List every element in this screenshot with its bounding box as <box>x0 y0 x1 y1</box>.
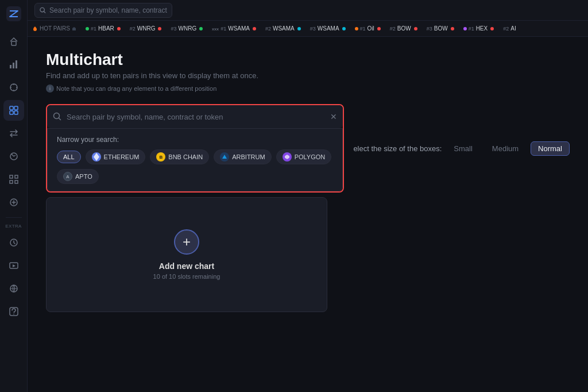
polygon-icon <box>283 152 292 162</box>
size-medium-button[interactable]: Medium <box>485 141 526 156</box>
ticker-item-5[interactable]: #2 WSAMA <box>265 25 301 32</box>
main-content: HOT PAIRS #1 HBAR #2 WNRG #3 WNRG ⁎⁎⁎ #1… <box>28 0 588 392</box>
chain-filter-all[interactable]: ALL <box>57 151 81 163</box>
sidebar-item-explore[interactable] <box>3 77 24 98</box>
ticker-bar: HOT PAIRS #1 HBAR #2 WNRG #3 WNRG ⁎⁎⁎ #1… <box>28 21 588 37</box>
sidebar-item-analytics[interactable] <box>3 54 24 75</box>
add-chart-label: Add new chart <box>159 262 214 271</box>
logo[interactable] <box>5 5 23 23</box>
sidebar-item-grid[interactable] <box>3 169 24 190</box>
svg-rect-3 <box>13 63 14 68</box>
size-small-button[interactable]: Small <box>446 141 480 156</box>
add-chart-sublabel: 10 of 10 slots remaining <box>153 273 220 280</box>
chain-filter-arbitrum[interactable]: ARBITRUM <box>214 149 271 164</box>
svg-rect-2 <box>10 65 11 68</box>
sidebar-divider <box>6 217 22 218</box>
sidebar-item-portfolio[interactable] <box>3 146 24 167</box>
topbar-search-icon <box>40 7 46 14</box>
svg-rect-14 <box>15 180 18 183</box>
search-wrapper-outer: ✕ Narrow your search: ALL <box>46 104 344 193</box>
svg-rect-9 <box>14 111 18 114</box>
chain-bnb-label: BNB CHAIN <box>168 153 203 160</box>
search-box[interactable]: ✕ <box>47 105 343 128</box>
chain-polygon-label: POLYGON <box>295 153 326 160</box>
svg-rect-8 <box>10 111 13 114</box>
topbar-search-input[interactable] <box>49 6 167 14</box>
svg-point-20 <box>13 314 14 315</box>
size-normal-button[interactable]: Normal <box>531 141 570 156</box>
arbitrum-icon <box>220 152 229 162</box>
sidebar-extra-label: EXTRA <box>5 224 22 229</box>
svg-rect-7 <box>14 106 18 110</box>
ethereum-icon <box>92 152 101 162</box>
sidebar-item-youtube[interactable] <box>3 255 24 276</box>
charts-area: + Add new chart 10 of 10 slots remaining <box>46 197 327 312</box>
add-chart-plus-button[interactable]: + <box>174 229 199 255</box>
chain-filter-polygon[interactable]: POLYGON <box>276 149 332 164</box>
narrow-label: Narrow your search: <box>57 136 333 144</box>
ticker-hot-pairs: HOT PAIRS <box>32 25 76 32</box>
ticker-item-10[interactable]: #1 HEX <box>463 25 494 32</box>
apto-icon: A <box>63 172 72 181</box>
svg-marker-23 <box>94 153 99 161</box>
chain-all-label: ALL <box>63 153 75 160</box>
ticker-item-2[interactable]: #2 WNRG <box>130 25 162 32</box>
ticker-item-8[interactable]: #2 BOW <box>390 25 417 32</box>
bnb-icon: B <box>156 152 165 162</box>
svg-rect-1 <box>11 41 16 45</box>
sidebar-item-swap[interactable] <box>3 123 24 144</box>
svg-rect-13 <box>10 180 13 183</box>
sidebar-item-add[interactable] <box>3 192 24 213</box>
topbar-search-box[interactable] <box>34 3 172 18</box>
add-chart-plus-icon: + <box>183 234 191 250</box>
pair-search-input[interactable] <box>67 113 326 121</box>
svg-rect-4 <box>16 60 17 68</box>
note-text: Note that you can drag any element to a … <box>56 85 216 92</box>
sidebar-item-clock[interactable] <box>3 232 24 253</box>
sidebar-item-multichart[interactable] <box>3 100 24 121</box>
svg-marker-24 <box>285 155 289 159</box>
page-title: Multichart <box>46 51 570 69</box>
page-content: Multichart Find and add up to ten pairs … <box>28 37 588 392</box>
chain-filters: ALL ETHEREUM B <box>57 149 333 184</box>
chain-filter-apto[interactable]: A APTO <box>57 169 99 184</box>
ticker-item-11[interactable]: #2 AI <box>503 25 516 32</box>
svg-rect-6 <box>10 106 13 110</box>
chain-arbitrum-label: ARBITRUM <box>232 153 265 160</box>
sidebar-item-globe[interactable] <box>3 278 24 299</box>
sidebar-item-home[interactable] <box>3 31 24 52</box>
ticker-item-4[interactable]: ⁎⁎⁎ #1 WSAMA <box>212 25 256 32</box>
ticker-item-1[interactable]: #1 HBAR <box>86 25 121 32</box>
note-icon: i <box>46 84 54 93</box>
chain-ethereum-label: ETHEREUM <box>104 153 140 160</box>
chain-filter-ethereum[interactable]: ETHEREUM <box>86 149 146 164</box>
ticker-item-7[interactable]: #1 Oil <box>355 25 381 32</box>
ticker-hot-label: HOT PAIRS <box>32 25 76 32</box>
sidebar-item-help[interactable] <box>3 301 24 322</box>
chain-filter-bnb[interactable]: B BNB CHAIN <box>150 149 209 164</box>
chain-apto-label: APTO <box>75 173 92 180</box>
search-dropdown: Narrow your search: ALL ETHEREUM <box>47 128 343 191</box>
ticker-item-6[interactable]: #3 WSAMA <box>310 25 346 32</box>
search-icon <box>53 112 62 121</box>
search-clear-button[interactable]: ✕ <box>330 112 337 121</box>
size-selector-label: elect the size of the boxes: <box>353 144 442 153</box>
search-row: ✕ Narrow your search: ALL <box>46 104 570 193</box>
svg-rect-12 <box>15 175 18 178</box>
add-chart-card[interactable]: + Add new chart 10 of 10 slots remaining <box>46 197 327 312</box>
page-subtitle: Find and add up to ten pairs in this vie… <box>46 71 570 80</box>
sidebar: EXTRA <box>0 0 28 392</box>
ticker-item-3[interactable]: #3 WNRG <box>171 25 203 32</box>
size-selector: elect the size of the boxes: Small Mediu… <box>353 141 570 156</box>
svg-rect-11 <box>10 175 13 178</box>
topbar <box>28 0 588 21</box>
page-note: i Note that you can drag any element to … <box>46 84 570 93</box>
search-and-dropdown: ✕ Narrow your search: ALL <box>46 104 344 193</box>
ticker-item-9[interactable]: #3 BOW <box>427 25 454 32</box>
